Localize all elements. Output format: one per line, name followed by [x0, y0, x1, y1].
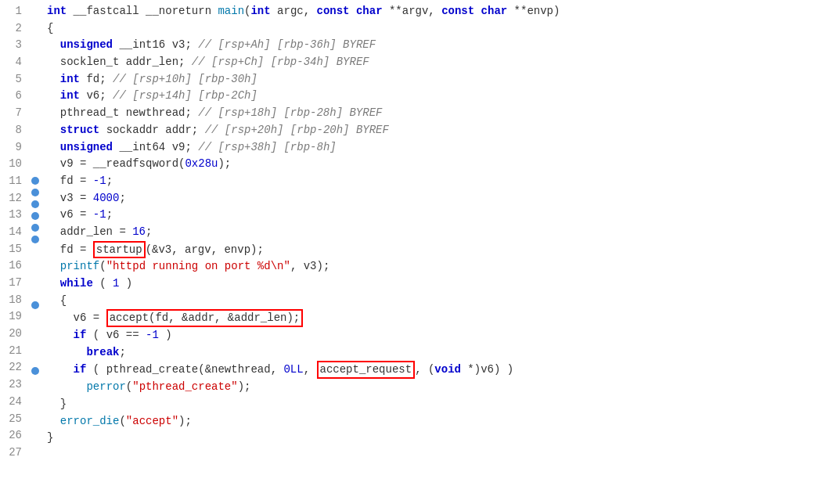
line-number: 12 — [0, 190, 22, 207]
line-number: 27 — [0, 445, 22, 462]
breakpoint-indicator — [28, 412, 42, 429]
line-number: 1 — [0, 3, 22, 20]
breakpoint-indicator — [28, 247, 42, 264]
code-line: perror("pthread_create"); — [47, 379, 821, 396]
line-number: 13 — [0, 207, 22, 224]
code-line: printf("httpd running on port %d\n", v3)… — [47, 258, 821, 275]
breakpoints — [28, 3, 42, 462]
line-number: 9 — [0, 139, 22, 157]
breakpoint-indicator — [31, 212, 39, 220]
code-line: } — [47, 430, 821, 447]
breakpoint-indicator — [28, 105, 42, 122]
line-number: 23 — [0, 376, 22, 394]
line-number: 15 — [0, 241, 22, 258]
code-line: v3 = 4000; — [47, 190, 821, 207]
code-line: v6 = accept(fd, &addr, &addr_len); — [47, 309, 821, 327]
breakpoint-indicator — [28, 122, 42, 139]
code-line: error_die("accept"); — [47, 413, 821, 430]
code-line: v6 = -1; — [47, 207, 821, 224]
breakpoint-indicator — [31, 189, 39, 196]
line-number: 8 — [0, 122, 22, 139]
code-line: int fd; // [rsp+10h] [rbp-30h] — [47, 71, 821, 88]
code-line: v9 = __readfsqword(0x28u); — [47, 156, 821, 173]
breakpoint-indicator — [28, 378, 42, 395]
code-line: unsigned __int16 v3; // [rsp+Ah] [rbp-36… — [47, 37, 821, 54]
breakpoint-indicator — [28, 264, 42, 281]
breakpoint-indicator — [28, 54, 42, 71]
breakpoint-indicator — [28, 346, 42, 363]
code-line: pthread_t newthread; // [rsp+18h] [rbp-2… — [47, 105, 821, 122]
code-line: if ( pthread_create(&newthread, 0LL, acc… — [47, 361, 821, 379]
code-line: socklen_t addr_len; // [rsp+Ch] [rbp-34h… — [47, 54, 821, 71]
line-number: 16 — [0, 257, 22, 275]
breakpoint-indicator — [28, 88, 42, 105]
breakpoint-indicator — [28, 280, 42, 297]
line-number: 25 — [0, 411, 22, 428]
breakpoint-indicator — [31, 224, 39, 232]
line-number: 7 — [0, 105, 22, 122]
breakpoint-indicator — [28, 395, 42, 412]
breakpoint-indicator — [28, 3, 42, 20]
breakpoint-indicator — [28, 156, 42, 173]
breakpoint-indicator — [28, 329, 42, 347]
line-number: 5 — [0, 71, 22, 88]
code-line: { — [47, 293, 821, 310]
line-number: 17 — [0, 275, 22, 292]
line-number: 11 — [0, 173, 22, 190]
breakpoint-indicator — [28, 37, 42, 54]
breakpoint-indicator — [31, 236, 39, 243]
line-number: 21 — [0, 343, 22, 360]
line-number: 22 — [0, 359, 22, 376]
line-number: 3 — [0, 37, 22, 54]
code-line: int v6; // [rsp+14h] [rbp-2Ch] — [47, 88, 821, 105]
code-line: fd = -1; — [47, 173, 821, 190]
line-number: 10 — [0, 156, 22, 173]
breakpoint-indicator — [28, 312, 42, 329]
code-line: while ( 1 ) — [47, 275, 821, 293]
code-line: if ( v6 == -1 ) — [47, 327, 821, 344]
line-numbers: 1234567891011121314151617181920212223242… — [0, 3, 28, 462]
code-line: unsigned __int64 v9; // [rsp+38h] [rbp-8… — [47, 139, 821, 157]
breakpoint-indicator — [31, 301, 39, 309]
code-viewer: 1234567891011121314151617181920212223242… — [0, 0, 821, 465]
line-number: 19 — [0, 308, 22, 326]
line-number: 20 — [0, 326, 22, 343]
line-number: 14 — [0, 224, 22, 241]
line-number: 26 — [0, 427, 22, 445]
code-line: } — [47, 396, 821, 413]
breakpoint-indicator — [28, 139, 42, 157]
code-line: int __fastcall __noreturn main(int argc,… — [47, 3, 821, 20]
breakpoint-indicator — [31, 200, 39, 208]
breakpoint-indicator — [28, 71, 42, 88]
code-line: break; — [47, 344, 821, 362]
line-number: 6 — [0, 88, 22, 105]
breakpoint-indicator — [31, 367, 39, 375]
code-line: { — [47, 20, 821, 38]
code-line: fd = startup(&v3, argv, envp); — [47, 241, 821, 259]
code-line: addr_len = 16; — [47, 224, 821, 241]
code-content: int __fastcall __noreturn main(int argc,… — [42, 3, 821, 462]
breakpoint-indicator — [31, 177, 39, 185]
line-number: 18 — [0, 292, 22, 309]
line-number: 2 — [0, 20, 22, 38]
line-number: 4 — [0, 54, 22, 71]
breakpoint-indicator — [28, 20, 42, 38]
code-line: struct sockaddr addr; // [rsp+20h] [rbp-… — [47, 122, 821, 139]
line-number: 24 — [0, 394, 22, 411]
